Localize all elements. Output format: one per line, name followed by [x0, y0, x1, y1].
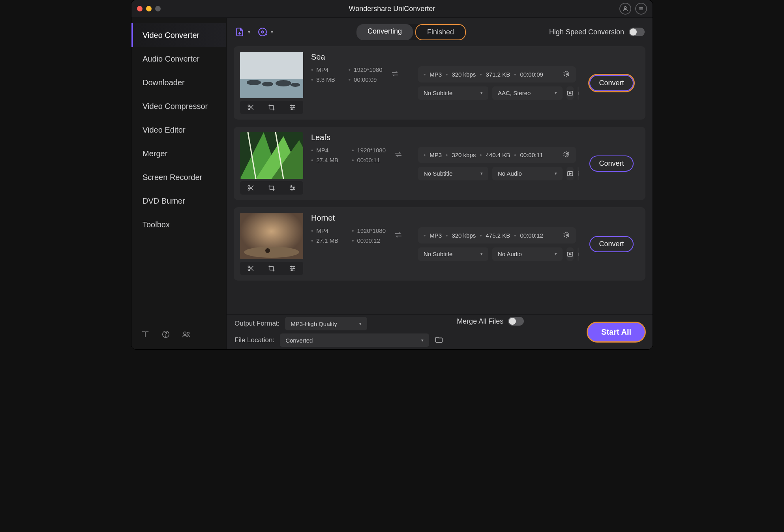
- traffic-lights: [137, 6, 161, 11]
- info-icon[interactable]: i: [578, 247, 579, 261]
- chevron-down-icon: ▾: [480, 251, 483, 257]
- svg-point-49: [566, 153, 568, 155]
- titlebar: Wondershare UniConverter: [131, 0, 653, 18]
- account-icon[interactable]: [619, 3, 631, 15]
- info-icon[interactable]: i: [578, 86, 579, 100]
- add-dvd-dropdown[interactable]: ▾: [257, 27, 273, 37]
- help-icon[interactable]: [161, 330, 170, 341]
- settings-icon[interactable]: [563, 151, 570, 159]
- crop-icon[interactable]: [261, 101, 282, 114]
- trim-icon[interactable]: [240, 181, 261, 195]
- audio-select[interactable]: No Audio ▾: [492, 247, 563, 261]
- file-location-value: Converted: [285, 337, 313, 344]
- convert-arrow-icon: [390, 69, 400, 81]
- effects-icon[interactable]: [282, 101, 303, 114]
- thumbnail[interactable]: [240, 132, 303, 179]
- source-info: MP4 3.3 MB 1920*1080 00:00:09: [311, 66, 383, 83]
- crop-icon[interactable]: [261, 181, 282, 195]
- sidebar-item-label: Downloader: [143, 78, 185, 87]
- convert-button[interactable]: Convert: [589, 75, 633, 91]
- status-tabs: Converting Finished: [356, 24, 466, 40]
- sidebar-item-toolbox[interactable]: Toolbox: [131, 213, 226, 236]
- trim-icon[interactable]: [240, 262, 261, 275]
- sidebar-item-label: Toolbox: [143, 220, 170, 229]
- sidebar-item-screen-recorder[interactable]: Screen Recorder: [131, 165, 226, 189]
- audio-value: No Audio: [498, 170, 522, 177]
- sidebar-item-merger[interactable]: Merger: [131, 142, 226, 165]
- tutorial-icon[interactable]: [141, 330, 150, 341]
- open-folder-icon[interactable]: [435, 335, 443, 346]
- tab-label: Converting: [368, 27, 402, 35]
- convert-button[interactable]: Convert: [589, 236, 633, 252]
- crop-icon[interactable]: [261, 262, 282, 275]
- menu-icon[interactable]: [635, 3, 647, 15]
- sidebar-item-label: Audio Converter: [143, 54, 200, 64]
- output-format: MP3: [430, 232, 442, 239]
- output-format: MP3: [430, 71, 442, 78]
- convert-button[interactable]: Convert: [589, 155, 633, 172]
- sidebar-item-audio-converter[interactable]: Audio Converter: [131, 47, 226, 71]
- tab-finished[interactable]: Finished: [415, 24, 466, 40]
- subtitle-value: No Subtitle: [424, 170, 452, 177]
- svg-point-19: [291, 83, 300, 87]
- thumb-toolbar: [240, 101, 303, 114]
- add-file-dropdown[interactable]: ▾: [234, 27, 250, 37]
- source-resolution: 1920*1080: [352, 147, 386, 154]
- svg-marker-67: [570, 253, 572, 255]
- effects-icon[interactable]: [282, 181, 303, 195]
- minimize-button[interactable]: [146, 6, 152, 11]
- feedback-icon[interactable]: [182, 330, 191, 341]
- tab-label: Finished: [427, 28, 454, 36]
- svg-point-18: [276, 80, 291, 86]
- trim-icon[interactable]: [240, 101, 261, 114]
- thumbnail[interactable]: [240, 52, 303, 98]
- svg-point-39: [248, 185, 250, 187]
- audio-select[interactable]: No Audio ▾: [492, 167, 563, 180]
- thumbnail[interactable]: [240, 213, 303, 259]
- preview-icon[interactable]: [566, 167, 574, 180]
- file-location-select[interactable]: Converted ▾: [280, 333, 429, 347]
- svg-point-63: [293, 268, 294, 269]
- subtitle-select[interactable]: No Subtitle ▾: [418, 247, 488, 261]
- svg-rect-14: [240, 52, 303, 79]
- info-icon[interactable]: i: [578, 167, 579, 180]
- sidebar-item-dvd-burner[interactable]: DVD Burner: [131, 189, 226, 213]
- file-location-label: File Location:: [234, 336, 274, 344]
- output-duration: 00:00:12: [520, 232, 543, 239]
- maximize-button[interactable]: [155, 6, 161, 11]
- preview-icon[interactable]: [566, 86, 574, 100]
- effects-icon[interactable]: [282, 262, 303, 275]
- output-format: MP3: [430, 152, 442, 158]
- svg-point-54: [265, 248, 270, 253]
- preview-icon[interactable]: [566, 247, 574, 261]
- sidebar-item-video-converter[interactable]: Video Converter: [131, 23, 226, 47]
- subtitle-select[interactable]: No Subtitle ▾: [418, 167, 488, 180]
- source-size: 3.3 MB: [311, 76, 335, 83]
- convert-label: Convert: [599, 240, 624, 248]
- merge-all-toggle[interactable]: [508, 317, 524, 326]
- tab-converting[interactable]: Converting: [356, 24, 413, 40]
- output-duration: 00:00:09: [520, 71, 543, 78]
- settings-icon[interactable]: [563, 70, 570, 79]
- sidebar-item-video-editor[interactable]: Video Editor: [131, 118, 226, 142]
- svg-marker-51: [570, 172, 572, 174]
- sidebar-item-label: Merger: [143, 149, 167, 158]
- output-format-select[interactable]: MP3-High Quality ▾: [285, 317, 367, 330]
- output-info: •MP3 •320 kbps •475.2 KB •00:00:12: [418, 227, 576, 244]
- high-speed-toggle[interactable]: [629, 28, 645, 36]
- svg-point-47: [293, 187, 294, 189]
- settings-icon[interactable]: [563, 231, 570, 240]
- close-button[interactable]: [137, 6, 143, 11]
- high-speed-label: High Speed Conversion: [549, 28, 624, 36]
- file-card: Leafs MP4 27.4 MB 1920*1080 00:00:11: [234, 127, 645, 200]
- subtitle-select[interactable]: No Subtitle ▾: [418, 86, 488, 100]
- sidebar-item-video-compressor[interactable]: Video Compressor: [131, 94, 226, 118]
- source-duration: 00:00:09: [349, 76, 383, 83]
- sidebar-item-downloader[interactable]: Downloader: [131, 71, 226, 94]
- file-name: Hornet: [311, 214, 410, 223]
- start-all-button[interactable]: Start All: [588, 323, 645, 341]
- audio-select[interactable]: AAC, Stereo ▾: [492, 86, 563, 100]
- convert-arrow-icon: [394, 150, 403, 161]
- source-resolution: 1920*1080: [352, 227, 386, 234]
- source-resolution: 1920*1080: [349, 66, 383, 73]
